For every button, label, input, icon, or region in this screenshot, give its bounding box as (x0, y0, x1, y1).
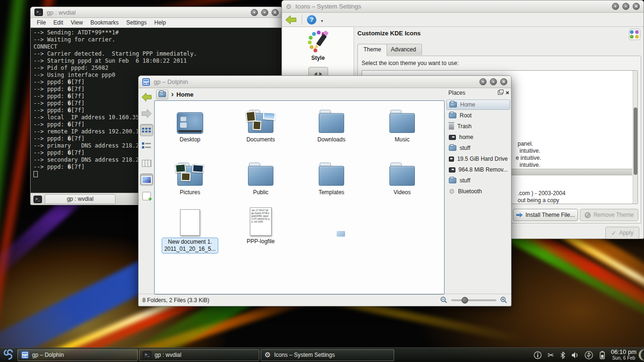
back-arrow-icon[interactable] (285, 15, 297, 25)
folder-item-downloads[interactable]: Downloads (296, 106, 367, 143)
new-tab-button[interactable] (33, 196, 42, 203)
detach-panel-icon[interactable] (498, 90, 503, 95)
folder-item-videos[interactable]: Videos (367, 158, 438, 196)
usb-device-icon[interactable] (585, 351, 593, 359)
clock[interactable]: 06:10 pm Sun, 6 Feb (609, 349, 638, 361)
desktop-folder-icon (177, 112, 203, 134)
folder-item-public[interactable]: Public (225, 158, 296, 196)
info-icon[interactable] (534, 351, 542, 359)
breadcrumb-home-button[interactable] (156, 90, 168, 99)
maximize-button[interactable] (261, 9, 268, 16)
folder-icon (449, 178, 456, 183)
menu-file[interactable]: File (33, 19, 49, 26)
menu-bookmarks[interactable]: Bookmarks (87, 19, 122, 26)
theme-credit-fragment: .com ) - 2003-2004 (518, 190, 565, 197)
zoom-slider-handle[interactable] (462, 297, 468, 304)
gear-icon (264, 351, 271, 359)
columns-view-button[interactable] (140, 157, 153, 169)
minimize-button[interactable] (612, 3, 619, 10)
places-item-hard-drive[interactable]: 19.5 GiB Hard Drive (446, 154, 510, 164)
volume-icon[interactable] (571, 352, 579, 359)
dolphin-titlebar[interactable]: gp – Dolphin (139, 76, 511, 88)
chevron-down-icon[interactable] (321, 16, 323, 24)
file-item-ppp-logfile[interactable]: Jan 17 09:47:18 gp-Aspire-5738 pppd[1946… (225, 206, 296, 245)
clock-time: 06:10 pm (611, 349, 636, 355)
battery-icon[interactable] (599, 351, 605, 359)
tab-advanced[interactable]: Advanced (385, 44, 422, 55)
settings-titlebar[interactable]: Icons – System Settings (282, 0, 644, 13)
terminal-line: --> Starting pppd at Sun Feb 6 18:08:22 … (33, 58, 280, 65)
folder-icon (248, 166, 273, 186)
close-button[interactable] (500, 78, 507, 85)
theme-description-fragment: intuitive. (520, 148, 540, 154)
folder-item-pictures[interactable]: Pictures (155, 158, 225, 196)
remove-theme-button[interactable]: Remove Theme (580, 209, 638, 221)
menu-edit[interactable]: Edit (50, 19, 66, 26)
scrollbar[interactable] (633, 71, 637, 204)
maximize-button[interactable] (490, 78, 497, 85)
install-theme-button[interactable]: Install Theme File... (513, 209, 578, 221)
places-item-root[interactable]: Root (446, 110, 510, 121)
places-item-trash[interactable]: Trash (446, 121, 510, 132)
menu-view[interactable]: View (67, 19, 86, 26)
folder-icon (319, 166, 344, 186)
overview-icon[interactable] (629, 29, 640, 40)
theme-description-fragment: panel. (518, 140, 533, 147)
klipper-scissors-icon[interactable] (547, 351, 553, 360)
details-view-button[interactable] (140, 140, 153, 153)
tab-theme[interactable]: Theme (357, 44, 387, 56)
close-panel-icon[interactable] (505, 89, 509, 96)
places-item-stuff[interactable]: stuff (446, 143, 510, 153)
maximize-button[interactable] (622, 3, 629, 10)
menu-settings[interactable]: Settings (123, 19, 150, 26)
preview-icon (141, 176, 152, 184)
zoom-out-icon[interactable] (440, 296, 447, 304)
zoom-slider[interactable] (451, 299, 496, 301)
hard-drive-icon (449, 135, 456, 140)
places-item-home-partition[interactable]: home (446, 132, 510, 142)
forward-button[interactable] (140, 107, 153, 120)
konsole-tab[interactable]: gp : wvdial (45, 194, 116, 204)
plasma-cashew-icon[interactable] (638, 349, 644, 361)
folder-item-documents[interactable]: Documents (225, 106, 296, 143)
task-system-settings[interactable]: Icons – System Settings (261, 349, 394, 361)
konsole-titlebar[interactable]: gp : wvdial (31, 7, 282, 18)
folder-item-templates[interactable]: Templates (296, 158, 367, 196)
preview-button[interactable] (140, 173, 153, 186)
close-button[interactable] (633, 3, 640, 10)
back-button[interactable] (140, 91, 153, 103)
selected-file-label: New document 1.2011_01_20_16_5... (162, 238, 218, 254)
places-item-removable[interactable]: 964.8 MiB Remov... (446, 165, 510, 175)
dolphin-window: gp – Dolphin (138, 75, 512, 306)
help-icon[interactable] (307, 15, 316, 25)
minimize-button[interactable] (251, 9, 258, 16)
menu-help[interactable]: Help (151, 19, 169, 26)
sidebar-item-style[interactable]: Style (282, 27, 354, 61)
breadcrumb-home[interactable]: Home (176, 91, 193, 98)
split-view-button[interactable] (140, 190, 153, 202)
start-menu-button[interactable] (2, 348, 15, 362)
zoom-in-icon[interactable] (500, 296, 507, 304)
theme-credit-fragment: out being a copy (518, 197, 559, 204)
terminal-icon (34, 8, 43, 16)
install-arrow-icon (516, 213, 523, 217)
minimize-button[interactable] (479, 78, 487, 85)
task-dolphin[interactable]: gp – Dolphin (17, 349, 138, 361)
dolphin-file-view[interactable]: Desktop Documents Downloads Music (154, 100, 445, 295)
places-panel: Places Home Root Trash home (446, 88, 511, 294)
apply-button[interactable]: Apply (605, 227, 639, 239)
text-preview-icon: Jan 17 09:47:18 gp-Aspire-5738 pppd[1946… (250, 207, 272, 236)
icons-view-button[interactable] (140, 124, 153, 136)
task-konsole[interactable]: gp : wvdial (139, 349, 259, 361)
close-button[interactable] (272, 9, 279, 16)
file-item-new-document[interactable]: New document 1.2011_01_20_16_5... (155, 206, 225, 254)
home-folder-icon (158, 91, 166, 97)
folder-item-desktop[interactable]: Desktop (155, 106, 225, 143)
style-pencil-icon (306, 30, 330, 54)
places-item-bluetooth[interactable]: Bluetooth (446, 186, 510, 197)
folder-item-music[interactable]: Music (367, 106, 438, 143)
places-item-stuff2[interactable]: stuff (446, 175, 510, 186)
bluetooth-icon[interactable] (560, 351, 566, 359)
places-item-home[interactable]: Home (446, 99, 510, 110)
scrollbar-thumb[interactable] (634, 107, 637, 175)
